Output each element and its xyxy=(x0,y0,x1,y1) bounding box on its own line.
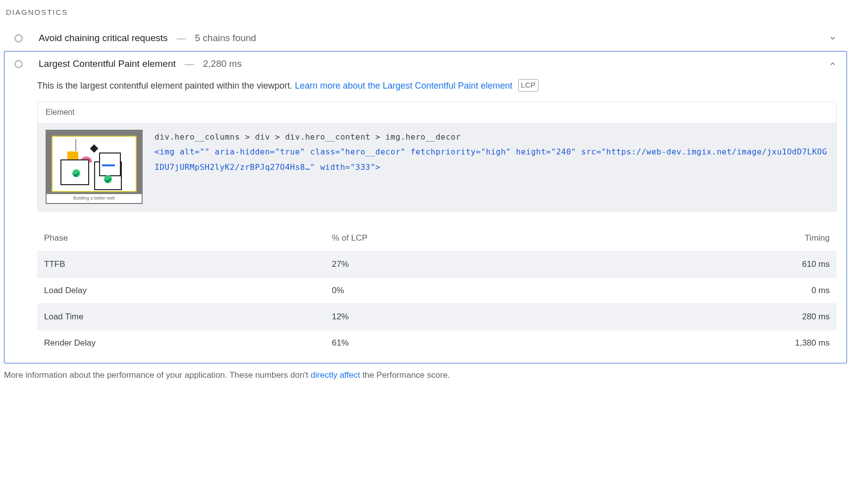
col-pct: % of LCP xyxy=(325,225,645,252)
audit-critical-chains[interactable]: Avoid chaining critical requests — 5 cha… xyxy=(4,25,847,51)
audit-description: This is the largest contentful element p… xyxy=(37,79,837,93)
audit-subtext: 5 chains found xyxy=(195,33,257,44)
audit-header[interactable]: Avoid chaining critical requests — 5 cha… xyxy=(14,33,837,44)
table-header-row: Phase % of LCP Timing xyxy=(37,225,837,252)
cell-phase: TTFB xyxy=(37,252,325,278)
cell-pct: 61% xyxy=(325,330,645,356)
thumbnail-caption: Building a better web xyxy=(47,194,142,203)
element-card-body: Building a better web div.hero__columns … xyxy=(38,123,836,211)
audit-lcp-element: Largest Contentful Paint element — 2,280… xyxy=(4,51,847,363)
audit-title: Largest Contentful Paint element xyxy=(39,58,176,69)
table-row: TTFB 27% 610 ms xyxy=(37,252,837,278)
cell-pct: 27% xyxy=(325,252,645,278)
status-neutral-icon xyxy=(14,34,23,43)
cell-timing: 0 ms xyxy=(645,278,837,304)
audit-title: Avoid chaining critical requests xyxy=(39,33,168,44)
col-timing: Timing xyxy=(645,225,837,252)
desc-text: This is the largest contentful element p… xyxy=(37,81,295,91)
audit-title-wrap: Largest Contentful Paint element — 2,280… xyxy=(39,58,820,69)
dash-separator-icon: — xyxy=(185,58,194,69)
audit-header[interactable]: Largest Contentful Paint element — 2,280… xyxy=(14,58,837,69)
status-neutral-icon xyxy=(14,60,23,68)
dash-separator-icon: — xyxy=(177,33,186,44)
element-card-header: Element xyxy=(38,102,836,123)
footer-post: the Performance score. xyxy=(360,370,450,380)
audit-body: This is the largest contentful element p… xyxy=(37,79,837,356)
element-thumbnail[interactable]: Building a better web xyxy=(46,130,143,204)
footer-link[interactable]: directly affect xyxy=(311,370,360,380)
cell-pct: 12% xyxy=(325,304,645,330)
cell-pct: 0% xyxy=(325,278,645,304)
table-row: Load Delay 0% 0 ms xyxy=(37,278,837,304)
cell-phase: Render Delay xyxy=(37,330,325,356)
chevron-down-icon[interactable] xyxy=(829,34,837,42)
section-heading: DIAGNOSTICS xyxy=(6,8,845,16)
phase-table: Phase % of LCP Timing TTFB 27% 610 ms Lo… xyxy=(37,225,837,356)
lcp-badge: LCP xyxy=(518,79,538,92)
element-markup: <img alt="" aria-hidden="true" class="he… xyxy=(155,145,828,175)
element-code: div.hero__columns > div > div.hero__cont… xyxy=(155,130,828,175)
element-card: Element Building a bet xyxy=(37,101,837,211)
audit-subtext: 2,280 ms xyxy=(203,58,242,69)
cell-timing: 1,380 ms xyxy=(645,330,837,356)
element-selector: div.hero__columns > div > div.hero__cont… xyxy=(155,130,828,145)
chevron-up-icon[interactable] xyxy=(829,60,837,68)
audit-title-wrap: Avoid chaining critical requests — 5 cha… xyxy=(39,33,820,44)
cell-timing: 610 ms xyxy=(645,252,837,278)
col-phase: Phase xyxy=(37,225,325,252)
learn-more-link[interactable]: Learn more about the Largest Contentful … xyxy=(295,81,512,91)
cell-phase: Load Delay xyxy=(37,278,325,304)
table-row: Load Time 12% 280 ms xyxy=(37,304,837,330)
cell-timing: 280 ms xyxy=(645,304,837,330)
cell-phase: Load Time xyxy=(37,304,325,330)
footer-pre: More information about the performance o… xyxy=(4,370,311,380)
footer-note: More information about the performance o… xyxy=(4,370,847,380)
table-row: Render Delay 61% 1,380 ms xyxy=(37,330,837,356)
